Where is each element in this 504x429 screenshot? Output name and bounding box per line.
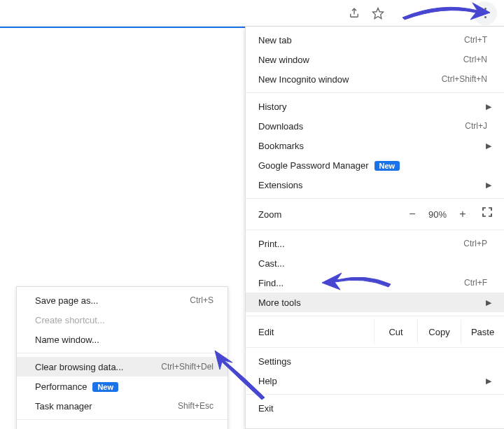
shortcut: Ctrl+T — [464, 35, 487, 45]
label: Downloads — [258, 121, 465, 132]
menu-item-password-manager[interactable]: Google Password ManagerNew — [246, 155, 504, 175]
shortcut: Ctrl+F — [464, 278, 487, 288]
label: New window — [258, 55, 463, 65]
shortcut: Ctrl+P — [463, 239, 487, 248]
edit-copy-button[interactable]: Copy — [417, 320, 461, 344]
label: Print... — [258, 239, 463, 249]
submenu-item-task-manager[interactable]: Task manager Shift+Esc — [17, 396, 227, 416]
dot-icon — [484, 8, 486, 10]
menu-item-exit[interactable]: Exit — [246, 398, 504, 418]
label: Save page as... — [35, 295, 190, 306]
more-tools-submenu: Save page as... Ctrl+S Create shortcut..… — [16, 286, 228, 429]
shortcut: Ctrl+J — [465, 121, 487, 131]
label: Exit — [258, 403, 491, 414]
label: New tab — [258, 35, 464, 45]
label: More tools — [258, 297, 483, 308]
label: Google Password ManagerNew — [258, 160, 491, 171]
zoom-percent: 90% — [421, 209, 454, 220]
shortcut: Ctrl+Shift+Del — [161, 362, 214, 372]
shortcut: Shift+Esc — [178, 401, 214, 411]
menu-item-edit: Edit Cut Copy Paste — [246, 320, 504, 344]
chevron-right-icon: ▶ — [483, 377, 491, 386]
label: PerformanceNew — [35, 381, 218, 392]
label: Edit — [246, 320, 374, 344]
menu-item-new-tab[interactable]: New tab Ctrl+T — [246, 30, 504, 50]
submenu-item-developer-tools[interactable]: Developer tools Ctrl+Shift+I — [17, 423, 227, 429]
shortcut: Ctrl+N — [463, 55, 487, 64]
edit-cut-button[interactable]: Cut — [374, 320, 417, 344]
new-badge: New — [92, 382, 118, 392]
label: Zoom — [258, 209, 403, 220]
label: Settings — [258, 356, 491, 367]
menu-item-help[interactable]: Help ▶ — [246, 371, 504, 391]
label: Task manager — [35, 401, 178, 412]
menu-item-print[interactable]: Print... Ctrl+P — [246, 234, 504, 253]
customize-chrome-button[interactable] — [473, 1, 497, 25]
dot-icon — [484, 12, 486, 14]
submenu-item-save-page[interactable]: Save page as... Ctrl+S — [17, 290, 227, 310]
label: Create shortcut... — [35, 315, 218, 325]
menu-item-history[interactable]: History ▶ — [246, 97, 504, 116]
menu-item-more-tools[interactable]: More tools ▶ — [246, 293, 504, 312]
menu-item-new-window[interactable]: New window Ctrl+N — [246, 50, 504, 69]
zoom-in-button[interactable]: + — [454, 208, 472, 220]
menu-item-settings[interactable]: Settings — [246, 351, 504, 371]
submenu-item-performance[interactable]: PerformanceNew — [17, 377, 227, 396]
menu-item-downloads[interactable]: Downloads Ctrl+J — [246, 116, 504, 136]
label: New Incognito window — [258, 74, 442, 85]
label: Help — [258, 376, 483, 386]
chevron-right-icon: ▶ — [483, 141, 491, 150]
label: Find... — [258, 278, 464, 288]
dot-icon — [484, 16, 486, 18]
fullscreen-icon[interactable] — [482, 206, 497, 222]
menu-item-zoom: Zoom − 90% + — [246, 202, 504, 226]
chrome-settings-menu: New tab Ctrl+T New window Ctrl+N New Inc… — [245, 27, 504, 429]
label: Bookmarks — [258, 141, 483, 151]
submenu-item-clear-browsing-data[interactable]: Clear browsing data... Ctrl+Shift+Del — [17, 357, 227, 377]
separator — [17, 353, 227, 353]
share-icon[interactable] — [343, 2, 365, 24]
submenu-item-name-window[interactable]: Name window... — [17, 330, 227, 349]
new-badge: New — [374, 161, 400, 171]
menu-item-find[interactable]: Find... Ctrl+F — [246, 273, 504, 293]
label: Clear browsing data... — [35, 362, 161, 372]
label: Cast... — [258, 258, 491, 269]
address-bar[interactable] — [0, 3, 342, 24]
menu-item-cast[interactable]: Cast... — [246, 253, 504, 273]
browser-toolbar — [0, 0, 504, 27]
tab-strip-highlight — [0, 27, 252, 28]
shortcut: Ctrl+S — [190, 295, 214, 305]
svg-marker-0 — [373, 8, 384, 18]
menu-item-incognito[interactable]: New Incognito window Ctrl+Shift+N — [246, 69, 504, 89]
label: History — [258, 101, 483, 112]
chevron-right-icon: ▶ — [483, 181, 491, 190]
label: Extensions — [258, 180, 483, 190]
star-icon[interactable] — [367, 2, 389, 24]
shortcut: Ctrl+Shift+N — [442, 74, 487, 84]
menu-item-bookmarks[interactable]: Bookmarks ▶ — [246, 136, 504, 155]
separator — [17, 419, 227, 420]
edit-paste-button[interactable]: Paste — [461, 320, 504, 344]
chevron-right-icon: ▶ — [483, 298, 491, 307]
zoom-out-button[interactable]: − — [403, 208, 421, 220]
chevron-right-icon: ▶ — [483, 102, 491, 111]
submenu-item-create-shortcut: Create shortcut... — [17, 310, 227, 330]
label: Name window... — [35, 335, 218, 345]
menu-item-extensions[interactable]: Extensions ▶ — [246, 175, 504, 195]
